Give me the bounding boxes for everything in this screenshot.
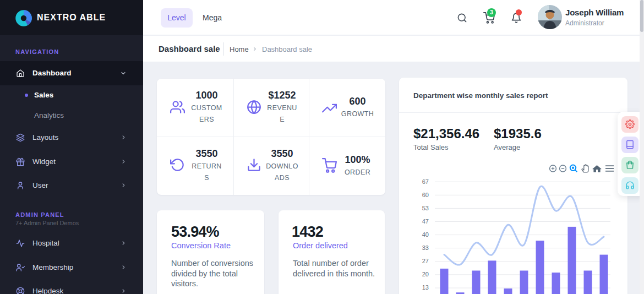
svg-text:20: 20 <box>422 271 429 277</box>
svg-text:33: 33 <box>422 244 429 251</box>
svg-text:53: 53 <box>422 205 429 211</box>
svg-text:40: 40 <box>422 231 429 238</box>
svg-text:27: 27 <box>422 258 429 264</box>
svg-text:47: 47 <box>422 218 429 225</box>
svg-text:67: 67 <box>422 178 429 185</box>
svg-text:60: 60 <box>422 192 429 198</box>
svg-text:13: 13 <box>422 284 429 291</box>
